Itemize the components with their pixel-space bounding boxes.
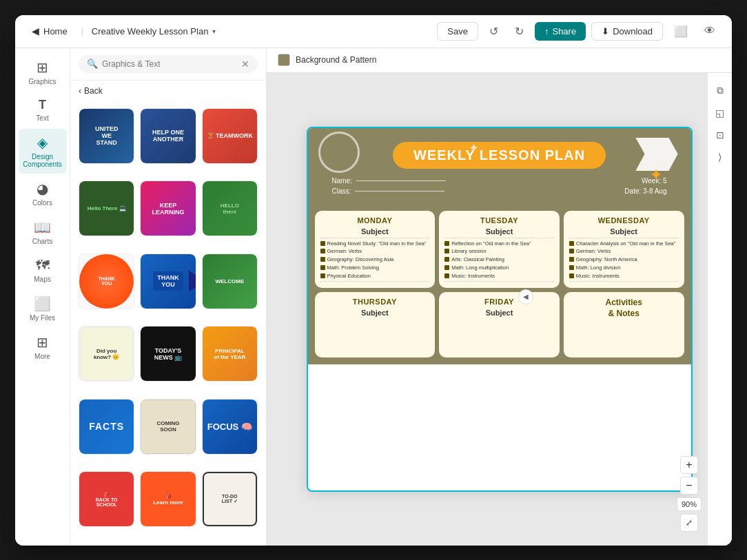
sticker-facts[interactable]: FACTS [79, 399, 134, 455]
wednesday-act-2: German: Verbs [569, 248, 679, 255]
home-label: Home [43, 26, 68, 37]
wednesday-header: WEDNESDAY [569, 216, 679, 225]
share-button[interactable]: ↑ Share [535, 22, 586, 41]
tuesday-act-4: Math: Long multiplication [444, 265, 554, 271]
sticker-did-you-know[interactable]: Did youknow? 😐 [79, 326, 134, 382]
sticker-todo-list[interactable]: TO-DOLIST ✓ [202, 471, 258, 527]
sticker-thank-you-blue[interactable]: THANKYOU [140, 253, 196, 309]
sticker-principal[interactable]: PRINCIPALof the YEAR [202, 326, 258, 382]
save-button[interactable]: Save [437, 22, 478, 41]
present-button[interactable]: ⬜ [668, 21, 693, 41]
sidebar-item-more[interactable]: ⊞ More [19, 329, 67, 366]
myfiles-icon: ⬜ [34, 295, 51, 312]
share-icon: ↑ [544, 26, 549, 37]
sidebar-item-myfiles[interactable]: ⬜ My Files [19, 290, 67, 327]
tuesday-act-2: Library session [444, 248, 554, 255]
tuesday-card: TUESDAY Subject Reflection on "Old man i… [439, 211, 560, 289]
back-button[interactable]: ‹ Back [70, 81, 266, 101]
tuesday-act-3: Arts: Classical Painting [444, 256, 554, 263]
right-tools: ⧉ ◱ ⊡ ⟩ [707, 73, 732, 546]
sidebar-label-text: Text [36, 114, 48, 122]
deco-star-big: ✦ [649, 165, 663, 185]
home-button[interactable]: ◀ Home [26, 23, 73, 39]
sticker-focus[interactable]: FOCUS 🧠 [202, 399, 258, 455]
monday-act-4: Math: Problem Solving [320, 265, 430, 271]
sidebar-label-myfiles: My Files [30, 314, 55, 322]
friday-header: FRIDAY [444, 298, 554, 306]
download-icon: ⬇ [602, 26, 609, 37]
undo-button[interactable]: ↺ [484, 21, 504, 41]
copy-tool-button[interactable]: ⧉ [710, 81, 730, 101]
thursday-card: THURSDAY Subject [315, 292, 436, 357]
resize-tool-button[interactable]: ⊡ [710, 125, 730, 145]
monday-dotted [320, 238, 430, 238]
fit-screen-button[interactable]: ⤢ [680, 514, 698, 532]
tuesday-subject: Subject [444, 227, 554, 236]
search-input[interactable] [102, 59, 237, 69]
canvas-area: Background & Pattern ◀ ✦ [267, 48, 732, 546]
sticker-help-one-another[interactable]: HELP ONEANOTHER [140, 108, 196, 164]
bg-color-swatch[interactable] [278, 54, 290, 66]
sticker-grid: UNITEDWESTAND HELP ONEANOTHER 🏋 TEAMWORK… [70, 101, 266, 546]
zoom-level-display: 90% [677, 497, 702, 511]
monday-header: MONDAY [320, 216, 430, 225]
maps-icon: 🗺 [36, 258, 50, 273]
sticker-coming-soon[interactable]: COMINGSOON [140, 399, 196, 455]
expand-tool-button[interactable]: ⟩ [710, 147, 730, 167]
sidebar-item-charts[interactable]: 📖 Charts [19, 214, 67, 251]
sticker-keep-learning[interactable]: KEEPLEARNING [140, 180, 196, 236]
wednesday-act-3: Geography: North America [569, 256, 679, 263]
lesson-plan-title: WEEKLY LESSON PLAN [413, 147, 585, 163]
sticker-back-to-school[interactable]: 🎒BACK TOSCHOOL [79, 471, 134, 527]
sidebar-item-colors[interactable]: ◕ Colors [19, 175, 67, 212]
sidebar-item-design[interactable]: ◈ Design Components [19, 129, 67, 174]
sticker-thank-you-orange[interactable]: THANKYOU [79, 253, 134, 309]
sticker-welcome[interactable]: WELCOME [202, 253, 258, 309]
lesson-plan-canvas[interactable]: ✦ WEEKLY LESSON PLAN Name: [307, 127, 693, 492]
sticker-united-we-stand[interactable]: UNITEDWESTAND [79, 108, 134, 164]
sidebar-label-more: More [34, 353, 50, 360]
search-bar[interactable]: 🔍 ✕ [79, 55, 258, 73]
sidebar: ⊞ Graphics T Text ◈ Design Components ◕ … [15, 48, 70, 546]
sticker-teamwork[interactable]: 🏋 TEAMWORK [202, 108, 258, 164]
wednesday-act-4: Math: Long division [569, 265, 679, 271]
sticker-hello-there-1[interactable]: Hello There 💻 [79, 180, 134, 236]
sticker-learn-more[interactable]: 🎒Learn more [140, 471, 196, 527]
close-search-icon[interactable]: ✕ [241, 59, 249, 70]
sidebar-item-graphics[interactable]: ⊞ Graphics [19, 54, 67, 91]
monday-act-2: German: Verbs [320, 248, 430, 255]
deco-circle [318, 132, 360, 173]
zoom-in-button[interactable]: + [680, 456, 698, 474]
wednesday-dotted [569, 238, 679, 238]
design-icon: ◈ [37, 134, 48, 151]
doc-title[interactable]: Creative Weekly Lesson Plan ▾ [92, 26, 216, 37]
breadcrumb-separator: | [81, 26, 83, 36]
wednesday-subject: Subject [569, 227, 679, 236]
wednesday-act-1: Character Analysis on "Old man in the Se… [569, 240, 679, 247]
sidebar-item-text[interactable]: T Text [19, 92, 67, 127]
sidebar-label-colors: Colors [32, 199, 52, 207]
lesson-plan-body: ✦ MONDAY Subject Reading Nov [308, 205, 691, 365]
friday-subject: Subject [444, 309, 554, 317]
sidebar-label-graphics: Graphics [28, 78, 56, 85]
collapse-panel-button[interactable]: ◀ [518, 289, 533, 304]
monday-act-5: Physical Education [320, 273, 430, 280]
header: ◀ Home | Creative Weekly Lesson Plan ▾ S… [15, 15, 732, 48]
activities-notes-card: Activities& Notes [564, 292, 684, 357]
sticker-hello-there-2[interactable]: HELLOthere [202, 180, 258, 236]
preview-button[interactable]: 👁 [699, 21, 721, 41]
sidebar-item-maps[interactable]: 🗺 Maps [19, 252, 67, 289]
friday-spacer [444, 319, 554, 353]
download-button[interactable]: ⬇ Download [591, 22, 663, 41]
chevron-down-icon: ▾ [212, 28, 216, 35]
sidebar-label-charts: Charts [32, 238, 52, 245]
wednesday-dotted-2 [569, 281, 679, 282]
lesson-meta: Name: Class: Week: 5 Date: 3-8 [322, 177, 677, 195]
monday-act-3: Geography: Discovering Asia [320, 256, 430, 263]
tuesday-header: TUESDAY [444, 216, 554, 225]
sticker-todays-news[interactable]: TODAY'SNEWS 📺 [140, 326, 196, 382]
thursday-spacer [320, 319, 430, 353]
redo-button[interactable]: ↻ [509, 21, 529, 41]
duplicate-tool-button[interactable]: ◱ [710, 103, 730, 123]
zoom-out-button[interactable]: − [680, 477, 698, 495]
